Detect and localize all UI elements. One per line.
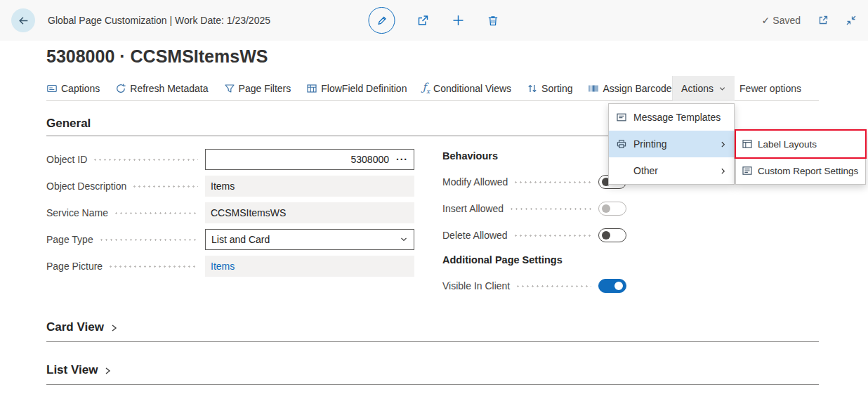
field-label: Page Picture xyxy=(46,261,103,272)
menu-item-label: Other xyxy=(633,165,658,176)
page-actions xyxy=(369,7,500,34)
toolbar-item-conditional-views[interactable]: ƒx Conditional Views xyxy=(422,82,511,95)
toolbar-item-label: Sorting xyxy=(541,83,572,94)
object-description-field: Items xyxy=(205,176,414,197)
submenu-item-custom-report-settings[interactable]: Custom Report Settings xyxy=(736,157,865,184)
delete-allowed-toggle[interactable] xyxy=(598,228,626,242)
field-label: Object ID xyxy=(46,154,87,165)
visible-in-client-toggle[interactable] xyxy=(598,279,626,293)
top-command-bar: Global Page Customization | Work Date: 1… xyxy=(0,0,868,41)
dotted-leader xyxy=(513,235,591,237)
toggle-label: Delete Allowed xyxy=(442,230,508,241)
actions-dropdown-menu: Message Templates Printing Other xyxy=(608,103,735,185)
captions-icon xyxy=(46,83,58,94)
list-view-section-title: List View xyxy=(46,363,98,377)
breadcrumb[interactable]: Global Page Customization | Work Date: 1… xyxy=(48,15,270,26)
toggle-row-visible-in-client: Visible In Client xyxy=(442,275,626,296)
toolbar-item-label: Captions xyxy=(61,83,100,94)
toggle-label: Insert Allowed xyxy=(442,203,504,214)
popout-icon xyxy=(817,15,829,26)
toggle-label: Modify Allowed xyxy=(442,176,508,188)
dotted-leader xyxy=(515,285,591,287)
menu-item-label: Printing xyxy=(633,138,666,150)
list-view-divider xyxy=(46,384,819,385)
behaviours-group-title: Behaviours xyxy=(442,150,626,162)
actions-button-label: Actions xyxy=(681,83,714,94)
fewer-options-button[interactable]: Fewer options xyxy=(739,76,801,100)
service-name-field: CCSMSItemsWS xyxy=(205,202,414,223)
toolbar-item-captions[interactable]: Captions xyxy=(46,83,100,94)
object-id-input[interactable] xyxy=(211,154,389,165)
menu-item-printing[interactable]: Printing xyxy=(609,131,734,157)
trash-icon xyxy=(487,14,500,27)
submenu-item-label: Custom Report Settings xyxy=(758,166,858,176)
card-view-section-header[interactable]: Card View xyxy=(46,320,819,334)
barcode-icon xyxy=(588,83,599,94)
toolbar-item-label: Assign Barcodes xyxy=(603,83,676,94)
toolbar-item-assign-barcodes[interactable]: Assign Barcodes xyxy=(588,83,676,94)
toolbar-item-label: Page Filters xyxy=(239,83,291,94)
collapse-view-button[interactable] xyxy=(846,15,857,26)
checkmark-icon: ✓ xyxy=(762,15,770,26)
page-picture-link[interactable]: Items xyxy=(211,261,235,272)
submenu-item-label: Label Layouts xyxy=(758,139,817,150)
page-filters-icon xyxy=(224,83,235,94)
sorting-icon xyxy=(527,83,538,94)
page-type-value: List and Card xyxy=(211,234,270,245)
field-label: Page Type xyxy=(46,234,93,245)
menu-item-other[interactable]: Other xyxy=(609,157,734,184)
dotted-leader xyxy=(108,266,198,268)
printing-icon xyxy=(616,138,627,150)
back-arrow-icon xyxy=(18,15,29,27)
fewer-options-label: Fewer options xyxy=(739,83,801,94)
printing-submenu: Label Layouts Custom Report Settings xyxy=(735,130,866,185)
submenu-item-label-layouts[interactable]: Label Layouts xyxy=(736,131,865,157)
toolbar-item-refresh-metadata[interactable]: Refresh Metadata xyxy=(115,83,208,94)
chevron-right-icon xyxy=(103,367,112,375)
dotted-leader xyxy=(132,185,198,188)
field-row-object-description: Object Description Items xyxy=(46,176,414,197)
toolbar-item-page-filters[interactable]: Page Filters xyxy=(224,83,291,94)
dotted-leader xyxy=(114,212,198,214)
toolbar-item-label: FlowField Definition xyxy=(321,83,407,94)
dotted-leader xyxy=(509,208,591,210)
chevron-right-icon xyxy=(719,167,727,175)
list-view-section: List View xyxy=(46,363,819,385)
toggle-label: Visible In Client xyxy=(442,280,510,291)
delete-button[interactable] xyxy=(487,14,500,27)
open-in-new-window-button[interactable] xyxy=(817,15,829,26)
window-controls: ✓ Saved xyxy=(762,15,857,26)
menu-item-message-templates[interactable]: Message Templates xyxy=(609,104,734,131)
toolbar-item-sorting[interactable]: Sorting xyxy=(527,83,572,94)
message-templates-icon xyxy=(616,112,627,123)
dotted-leader xyxy=(93,159,198,161)
empty-icon-slot xyxy=(616,165,627,176)
field-row-page-type: Page Type List and Card xyxy=(46,229,414,250)
general-fields-column: Object ID ··· Object Description Items S… xyxy=(46,149,414,302)
edit-button[interactable] xyxy=(369,7,395,34)
actions-menu-button[interactable]: Actions xyxy=(672,76,735,101)
share-button[interactable] xyxy=(416,13,430,27)
toolbar-item-label: Conditional Views xyxy=(433,83,511,94)
label-layouts-icon xyxy=(742,138,753,150)
back-button[interactable] xyxy=(11,8,35,32)
chevron-down-icon xyxy=(718,85,726,93)
pencil-icon xyxy=(376,15,388,27)
card-view-section-title: Card View xyxy=(46,320,104,334)
service-name-value: CCSMSItemsWS xyxy=(211,207,286,218)
object-id-field: ··· xyxy=(205,149,414,170)
chevron-right-icon xyxy=(719,140,727,148)
page-picture-field: Items xyxy=(205,256,414,277)
page-type-select[interactable]: List and Card xyxy=(205,229,414,250)
toolbar-item-flowfield-definition[interactable]: FlowField Definition xyxy=(306,83,407,94)
chevron-right-icon xyxy=(110,324,118,332)
assist-edit-button[interactable]: ··· xyxy=(396,154,408,165)
dotted-leader xyxy=(513,181,591,183)
save-status: ✓ Saved xyxy=(762,15,801,26)
refresh-icon xyxy=(115,83,126,94)
list-view-section-header[interactable]: List View xyxy=(46,363,819,377)
new-button[interactable] xyxy=(452,13,466,27)
collapse-icon xyxy=(846,15,857,26)
plus-icon xyxy=(452,13,466,27)
toggle-row-insert-allowed: Insert Allowed xyxy=(442,198,626,219)
